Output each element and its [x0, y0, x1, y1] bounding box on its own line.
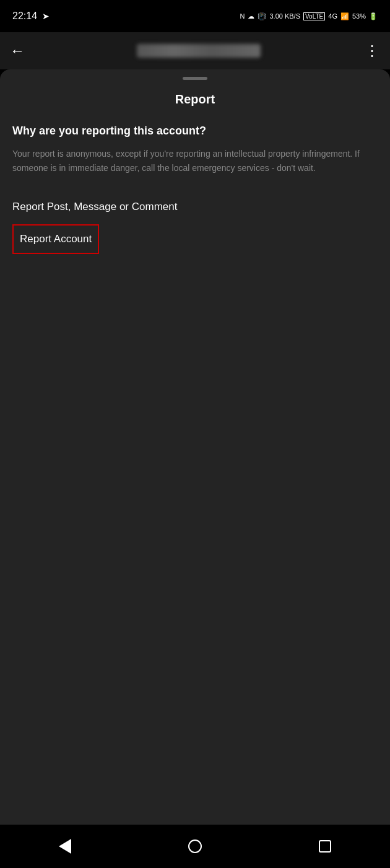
bottom-navigation	[0, 825, 390, 868]
report-bottom-sheet: Report Why are you reporting this accoun…	[0, 69, 390, 825]
profile-title-blurred	[137, 44, 261, 58]
battery-percent: 53%	[352, 12, 366, 20]
status-bar: 22:14 ➤ N ☁ 📳 3.00 KB/S VoLTE 4G 📶 53% 🔋	[0, 0, 390, 32]
bluetooth-icon: ☁	[248, 12, 254, 20]
back-nav-button[interactable]	[46, 834, 84, 859]
report-description-text: Your report is anonymous, except if you'…	[12, 147, 378, 175]
wifi-icon: 📶	[340, 12, 349, 20]
volte-icon: VoLTE	[303, 12, 325, 20]
more-options-button[interactable]: ⋮	[365, 42, 380, 59]
vibrate-icon: 📳	[258, 12, 266, 20]
back-button[interactable]: ←	[10, 42, 25, 59]
speed-display: 3.00 KB/S	[269, 12, 300, 20]
back-nav-icon	[59, 839, 71, 854]
report-post-option[interactable]: Report Post, Message or Comment	[12, 192, 378, 222]
sheet-drag-handle	[183, 77, 207, 80]
sheet-content-area: Why are you reporting this account? Your…	[0, 124, 390, 475]
recents-nav-icon	[319, 840, 331, 853]
top-navigation: ← ⋮	[0, 32, 390, 69]
nfc-icon: N	[240, 12, 245, 20]
time-display: 22:14	[12, 11, 37, 22]
empty-content-area	[0, 475, 390, 825]
status-time-area: 22:14 ➤	[12, 11, 50, 22]
home-nav-icon	[188, 840, 202, 853]
report-account-option[interactable]: Report Account	[12, 224, 99, 254]
report-question-heading: Why are you reporting this account?	[12, 124, 378, 138]
sheet-title: Report	[0, 92, 390, 107]
status-icons-area: N ☁ 📳 3.00 KB/S VoLTE 4G 📶 53% 🔋	[240, 12, 378, 20]
location-icon: ➤	[42, 11, 50, 21]
home-nav-button[interactable]	[176, 834, 214, 859]
recents-nav-button[interactable]	[306, 834, 344, 859]
signal-icon: 4G	[328, 12, 337, 20]
battery-icon: 🔋	[369, 12, 378, 20]
